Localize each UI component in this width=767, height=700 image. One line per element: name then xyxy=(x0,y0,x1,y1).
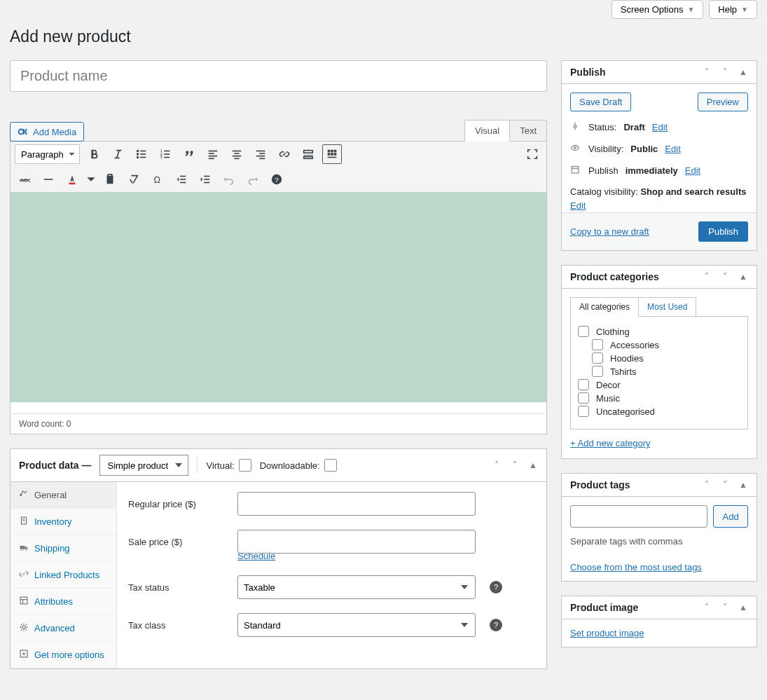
screen-options-button[interactable]: Screen Options ▼ xyxy=(611,0,704,19)
chevron-down-icon[interactable]: ˅ xyxy=(720,480,730,490)
save-draft-button[interactable]: Save Draft xyxy=(570,92,631,111)
align-right-button[interactable] xyxy=(251,144,270,164)
triangle-up-icon[interactable]: ▲ xyxy=(738,603,748,612)
tax-status-select[interactable]: Taxable xyxy=(237,575,476,599)
outdent-button[interactable] xyxy=(172,170,191,189)
category-checkbox[interactable] xyxy=(592,352,603,364)
editor-canvas[interactable] xyxy=(10,192,547,402)
virtual-checkbox[interactable] xyxy=(239,459,251,472)
publish-time-value: immediately xyxy=(626,165,678,176)
pd-tab-linked-products[interactable]: Linked Products xyxy=(11,562,116,589)
chevron-down-icon[interactable]: ˅ xyxy=(720,603,730,612)
category-checkbox[interactable] xyxy=(578,406,589,417)
align-center-button[interactable] xyxy=(227,144,247,164)
fullscreen-button[interactable] xyxy=(523,144,542,164)
add-tag-button[interactable]: Add xyxy=(713,505,748,528)
text-color-dropdown[interactable] xyxy=(86,170,96,189)
chevron-up-icon[interactable]: ˄ xyxy=(492,460,502,470)
category-checkbox[interactable] xyxy=(592,339,603,350)
chevron-down-icon[interactable]: ˅ xyxy=(720,67,730,77)
pd-tab-inventory[interactable]: Inventory xyxy=(11,509,116,535)
pd-tab-general[interactable]: General xyxy=(11,482,116,509)
bullet-list-button[interactable] xyxy=(132,144,151,164)
category-checkbox[interactable] xyxy=(578,326,589,337)
pd-tab-get-more-options[interactable]: Get more options xyxy=(11,642,116,668)
pin-icon xyxy=(570,121,581,133)
preview-button[interactable]: Preview xyxy=(698,92,748,111)
triangle-up-icon[interactable]: ▲ xyxy=(738,272,748,282)
pd-tab-shipping[interactable]: Shipping xyxy=(11,535,116,562)
add-category-link[interactable]: + Add new category xyxy=(570,438,651,448)
schedule-link[interactable]: Schedule xyxy=(237,551,275,561)
hr-button[interactable] xyxy=(39,170,58,189)
svg-point-3 xyxy=(137,157,139,158)
chevron-down-icon: ▼ xyxy=(687,6,694,13)
tax-class-select[interactable]: Standard xyxy=(237,613,476,637)
tab-all-categories[interactable]: All categories xyxy=(570,297,639,317)
tab-most-used[interactable]: Most Used xyxy=(639,297,696,317)
product-type-select[interactable]: Simple product xyxy=(99,455,188,476)
chevron-up-icon[interactable]: ˄ xyxy=(702,603,712,612)
publish-button[interactable]: Publish xyxy=(698,221,748,242)
catalog-label: Catalog visibility: xyxy=(570,186,638,197)
editor-resize-bar[interactable] xyxy=(10,402,547,413)
clear-format-button[interactable] xyxy=(124,170,144,189)
category-item: Music xyxy=(578,392,740,404)
strikethrough-button[interactable]: ABC xyxy=(15,170,34,189)
sale-price-input[interactable] xyxy=(237,530,476,554)
toolbar-toggle-button[interactable] xyxy=(322,144,342,164)
number-list-button[interactable]: 123 xyxy=(156,144,175,164)
triangle-up-icon[interactable]: ▲ xyxy=(738,67,748,77)
triangle-up-icon[interactable]: ▲ xyxy=(738,480,748,490)
chevron-down-icon[interactable]: ˅ xyxy=(720,272,730,282)
chevron-up-icon[interactable]: ˄ xyxy=(702,480,712,490)
pd-tab-advanced[interactable]: Advanced xyxy=(11,615,116,642)
svg-point-64 xyxy=(574,147,576,149)
undo-button[interactable] xyxy=(219,170,239,189)
set-product-image-link[interactable]: Set product image xyxy=(570,628,644,638)
italic-button[interactable] xyxy=(108,144,127,164)
regular-price-input[interactable] xyxy=(237,492,476,516)
triangle-up-icon[interactable]: ▲ xyxy=(528,460,538,470)
tags-hint: Separate tags with commas xyxy=(570,536,748,547)
svg-rect-32 xyxy=(331,153,333,156)
align-left-button[interactable] xyxy=(203,144,223,164)
tab-visual[interactable]: Visual xyxy=(464,120,510,142)
category-checkbox[interactable] xyxy=(578,379,589,390)
help-icon[interactable]: ? xyxy=(490,581,502,593)
chevron-down-icon[interactable]: ˅ xyxy=(510,460,520,470)
svg-rect-33 xyxy=(334,153,337,156)
category-checkbox[interactable] xyxy=(578,392,589,404)
downloadable-checkbox[interactable] xyxy=(324,459,337,472)
tags-input[interactable] xyxy=(570,505,707,528)
page-title: Add new product xyxy=(10,27,757,46)
edit-visibility-link[interactable]: Edit xyxy=(665,144,680,154)
category-item: Decor xyxy=(578,379,740,390)
indent-button[interactable] xyxy=(195,170,215,189)
category-checkbox[interactable] xyxy=(592,366,603,377)
product-name-input[interactable] xyxy=(10,60,547,92)
help-icon[interactable]: ? xyxy=(490,619,502,631)
tab-text[interactable]: Text xyxy=(510,120,547,142)
chevron-up-icon[interactable]: ˄ xyxy=(702,272,712,282)
edit-catalog-link[interactable]: Edit xyxy=(570,200,586,211)
pd-tab-attributes[interactable]: Attributes xyxy=(11,589,116,615)
paste-text-button[interactable] xyxy=(100,170,120,189)
text-color-button[interactable] xyxy=(62,170,82,189)
special-char-button[interactable]: Ω xyxy=(148,170,167,189)
more-button[interactable] xyxy=(298,144,318,164)
link-button[interactable] xyxy=(275,144,294,164)
redo-button[interactable] xyxy=(243,170,263,189)
edit-publish-link[interactable]: Edit xyxy=(685,165,700,176)
editor-help-button[interactable]: ? xyxy=(267,170,286,189)
choose-tags-link[interactable]: Choose from the most used tags xyxy=(570,562,702,572)
blockquote-button[interactable] xyxy=(179,144,199,164)
add-media-button[interactable]: Add Media xyxy=(10,122,84,142)
bold-button[interactable] xyxy=(84,144,104,164)
edit-status-link[interactable]: Edit xyxy=(652,122,668,132)
svg-point-60 xyxy=(22,626,25,629)
help-button[interactable]: Help ▼ xyxy=(709,0,757,19)
paragraph-select[interactable]: Paragraph xyxy=(15,144,80,164)
chevron-up-icon[interactable]: ˄ xyxy=(702,67,712,77)
copy-draft-link[interactable]: Copy to a new draft xyxy=(570,226,649,237)
